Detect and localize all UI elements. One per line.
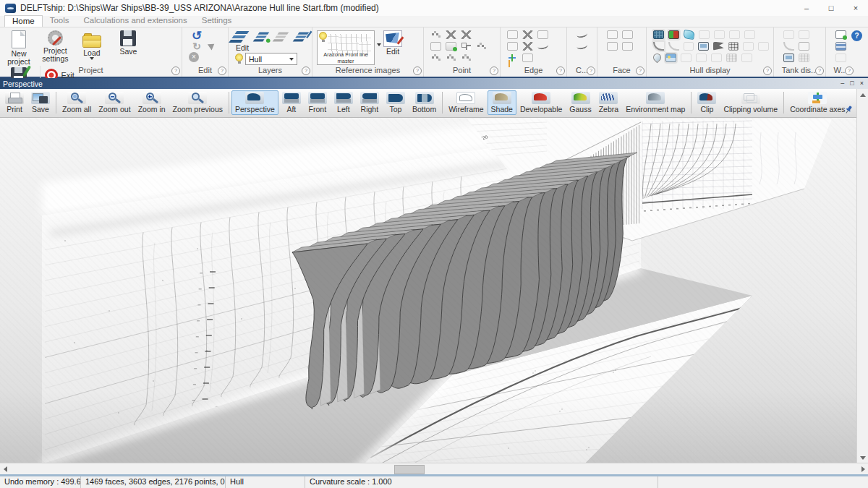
help-reference-images-icon[interactable]: ? — [413, 67, 422, 75]
scroll-up-icon[interactable] — [860, 93, 866, 97]
tank-curve-icon[interactable] — [783, 42, 794, 51]
perspective-button[interactable]: Perspective — [231, 90, 278, 115]
tank-leaf-icon[interactable] — [799, 30, 809, 39]
show-buttocks-icon[interactable] — [714, 30, 725, 39]
background-images-icon[interactable] — [665, 53, 676, 62]
horizontal-scrollbar-thumb[interactable] — [394, 465, 425, 474]
aft-button[interactable]: Aft — [278, 90, 305, 115]
panel-minimize-button[interactable]: – — [841, 79, 844, 88]
edge-tree-icon[interactable] — [522, 30, 533, 39]
zebra-button[interactable]: Zebra — [595, 90, 622, 115]
menu-tab-tools[interactable]: Tools — [43, 15, 77, 27]
environment-map-button[interactable]: Environment map — [622, 90, 689, 115]
toolbar-pin-icon[interactable] — [845, 106, 852, 114]
reference-image-dropdown-icon[interactable] — [377, 43, 381, 46]
auto-group-layer-icon[interactable] — [276, 32, 289, 42]
menu-tab-home[interactable]: Home — [4, 15, 43, 27]
front-button[interactable]: Front — [305, 90, 331, 115]
show-diagonals-icon[interactable] — [744, 30, 755, 39]
reference-image-thumbnail[interactable]: Arazona Front line master — [317, 30, 375, 65]
right-button[interactable]: Right — [357, 90, 383, 115]
menu-tab-calculations-and-extensions[interactable]: Calculations and extensions — [77, 15, 195, 27]
show-filling-icon[interactable] — [743, 42, 754, 51]
tank-grid-icon[interactable] — [799, 53, 809, 62]
show-frames-icon[interactable] — [711, 53, 722, 62]
menu-tab-settings[interactable]: Settings — [195, 15, 239, 27]
show-stations-icon[interactable] — [699, 30, 710, 39]
load-button[interactable]: Load — [75, 29, 109, 60]
add-layer-icon[interactable] — [257, 32, 269, 42]
layers-edit-button[interactable]: Edit — [234, 30, 251, 52]
show-control-curves-icon[interactable] — [653, 42, 664, 51]
show-curvature-icon[interactable] — [668, 42, 679, 51]
new-project-button[interactable]: New project — [2, 29, 35, 66]
extrude-face-icon[interactable] — [622, 42, 633, 51]
split-edge-icon[interactable] — [507, 42, 518, 51]
wireframe-button[interactable]: Wireframe — [445, 90, 487, 115]
tile-windows-icon[interactable] — [835, 42, 846, 51]
show-plates-icon[interactable] — [696, 53, 707, 62]
help-button[interactable]: ? — [851, 30, 862, 41]
insert-edge-icon[interactable] — [522, 53, 533, 62]
tank-select-icon[interactable] — [799, 42, 809, 51]
extrude-edge-icon[interactable] — [507, 30, 518, 39]
zoom-in-button[interactable]: Zoom in — [135, 90, 169, 115]
coordinate-axes-button[interactable]: Coordinate axes — [786, 90, 848, 115]
show-crystal-icon[interactable] — [683, 30, 695, 40]
help-edit-icon[interactable]: ? — [218, 67, 226, 75]
active-layer-select[interactable]: Hull — [245, 53, 297, 65]
undo-button[interactable]: ↺ — [189, 30, 205, 41]
panel-restore-button[interactable]: □ — [850, 79, 854, 88]
show-hydrostatics-icon[interactable] — [758, 42, 769, 51]
intersect-lines-icon[interactable] — [446, 30, 456, 39]
help-window-icon[interactable]: ? — [845, 67, 854, 75]
scroll-left-icon[interactable] — [4, 466, 7, 472]
copy-points-icon[interactable] — [476, 42, 487, 51]
show-net-icon[interactable] — [726, 53, 737, 62]
layer-visibility-icon[interactable] — [235, 53, 243, 64]
show-mesh-icon[interactable] — [653, 30, 664, 39]
help-project-icon[interactable]: ? — [171, 67, 180, 75]
tank-gauge-icon[interactable] — [783, 53, 794, 62]
print-button[interactable]: Print — [1, 90, 27, 115]
measure-points-icon[interactable] — [461, 53, 472, 62]
align-points-icon[interactable] — [461, 42, 472, 51]
delete-button[interactable]: × — [189, 52, 199, 62]
help-face-icon[interactable]: ? — [636, 67, 644, 75]
new-face-icon[interactable] — [607, 30, 618, 39]
developable-button[interactable]: Developable — [516, 90, 566, 115]
help-curve-icon[interactable]: ? — [587, 67, 595, 75]
show-interior-icon[interactable] — [668, 30, 679, 39]
cross-points-icon[interactable] — [461, 30, 472, 39]
clip-button[interactable]: Clip — [694, 90, 720, 115]
flip-face-icon[interactable] — [622, 30, 633, 39]
help-hull-display-icon[interactable]: ? — [763, 67, 772, 75]
save-button[interactable]: Save — [27, 90, 54, 115]
horizontal-scrollbar[interactable] — [0, 463, 868, 474]
top-button[interactable]: Top — [383, 90, 409, 115]
close-button[interactable]: × — [843, 1, 868, 16]
subdivide-face-icon[interactable] — [607, 42, 618, 51]
show-markers-icon[interactable] — [698, 42, 709, 51]
help-layers-icon[interactable]: ? — [302, 67, 310, 75]
zoom-all-button[interactable]: Zoom all — [59, 90, 95, 115]
new-window-icon[interactable] — [835, 30, 846, 39]
restore-button[interactable]: □ — [819, 1, 843, 16]
zoom-out-button[interactable]: Zoom out — [95, 90, 134, 115]
gauss-button[interactable]: Gauss — [566, 90, 595, 115]
crease-edge-icon[interactable] — [522, 42, 533, 51]
layer-properties-icon[interactable] — [297, 32, 309, 42]
select-mode-icon[interactable] — [208, 41, 216, 51]
edge-fork-icon[interactable] — [537, 42, 549, 51]
show-tanks-icon[interactable] — [783, 30, 794, 39]
show-normals-icon[interactable] — [684, 42, 694, 51]
save-button[interactable]: Save — [111, 29, 145, 56]
project-points-icon[interactable] — [430, 42, 441, 51]
left-button[interactable]: Left — [331, 90, 357, 115]
reference-image-edit-button[interactable]: Edit — [383, 30, 402, 56]
shade-button[interactable]: Shade — [488, 90, 516, 115]
project-settings-button[interactable]: Project settings — [38, 29, 72, 63]
help-point-icon[interactable]: ? — [490, 67, 498, 75]
scroll-right-icon[interactable] — [861, 466, 865, 472]
cascade-windows-icon[interactable] — [835, 53, 846, 62]
